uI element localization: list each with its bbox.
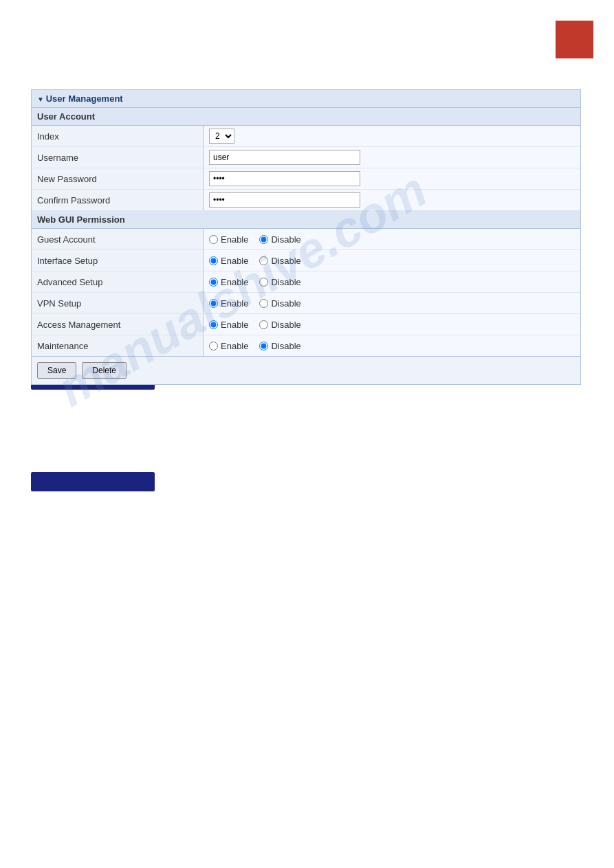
confirm-password-label: Confirm Password [32, 190, 204, 210]
enable-radio-5[interactable] [209, 342, 218, 350]
enable-radio-0[interactable] [209, 235, 218, 244]
red-square-decoration [556, 21, 593, 58]
permission-value-0: Enable Disable [204, 229, 580, 249]
disable-radio-3[interactable] [259, 299, 268, 308]
disable-radio-label-5[interactable]: Disable [259, 341, 300, 351]
enable-radio-2[interactable] [209, 278, 218, 287]
new-password-input[interactable] [209, 171, 360, 186]
index-select[interactable]: 1 2 3 [209, 129, 234, 144]
user-management-panel: User Management User Account Index 1 2 3… [31, 89, 581, 385]
permission-label-1: Interface Setup [32, 250, 204, 271]
permission-row-4: Access Management Enable Disable [32, 314, 580, 335]
permission-value-2: Enable Disable [204, 271, 580, 292]
radio-group-0: Enable Disable [209, 234, 301, 245]
new-password-value [204, 168, 580, 189]
confirm-password-value [204, 190, 580, 210]
disable-radio-label-4[interactable]: Disable [259, 320, 300, 330]
confirm-password-row: Confirm Password [32, 190, 580, 211]
permission-row-5: Maintenance Enable Disable [32, 335, 580, 356]
radio-group-5: Enable Disable [209, 341, 301, 351]
radio-group-2: Enable Disable [209, 277, 301, 287]
permission-value-5: Enable Disable [204, 335, 580, 356]
permission-label-5: Maintenance [32, 335, 204, 356]
buttons-row: Save Delete [32, 356, 580, 384]
permission-row-3: VPN Setup Enable Disable [32, 293, 580, 314]
main-content: User Management User Account Index 1 2 3… [31, 89, 581, 385]
permission-rows-container: Guest Account Enable DisableInterface Se… [32, 229, 580, 356]
index-value: 1 2 3 [204, 126, 580, 146]
enable-radio-label-4[interactable]: Enable [209, 320, 248, 330]
disable-radio-2[interactable] [259, 278, 268, 287]
disable-radio-4[interactable] [259, 320, 268, 329]
new-password-row: New Password [32, 168, 580, 190]
new-password-label: New Password [32, 168, 204, 189]
permission-row-0: Guest Account Enable Disable [32, 229, 580, 250]
permission-value-3: Enable Disable [204, 293, 580, 313]
radio-group-3: Enable Disable [209, 298, 301, 309]
blue-bar-2 [31, 472, 155, 491]
enable-radio-label-1[interactable]: Enable [209, 256, 248, 266]
permission-row-1: Interface Setup Enable Disable [32, 250, 580, 271]
enable-radio-label-3[interactable]: Enable [209, 298, 248, 309]
index-row: Index 1 2 3 [32, 126, 580, 147]
disable-radio-label-3[interactable]: Disable [259, 298, 300, 309]
confirm-password-input[interactable] [209, 192, 360, 208]
save-button[interactable]: Save [37, 362, 76, 379]
disable-radio-label-1[interactable]: Disable [259, 256, 300, 266]
index-label: Index [32, 126, 204, 146]
disable-radio-1[interactable] [259, 256, 268, 265]
disable-radio-5[interactable] [259, 342, 268, 350]
username-value [204, 147, 580, 168]
enable-radio-label-5[interactable]: Enable [209, 341, 248, 351]
permission-label-4: Access Management [32, 314, 204, 335]
disable-radio-label-2[interactable]: Disable [259, 277, 300, 287]
radio-group-4: Enable Disable [209, 320, 301, 330]
page-container: manualshive.com User Management User Acc… [0, 0, 614, 868]
enable-radio-3[interactable] [209, 299, 218, 308]
enable-radio-label-0[interactable]: Enable [209, 234, 248, 245]
username-input[interactable] [209, 150, 360, 165]
permission-label-3: VPN Setup [32, 293, 204, 313]
disable-radio-label-0[interactable]: Disable [259, 234, 300, 245]
permission-value-4: Enable Disable [204, 314, 580, 335]
username-label: Username [32, 147, 204, 168]
username-row: Username [32, 147, 580, 168]
permission-row-2: Advanced Setup Enable Disable [32, 271, 580, 293]
user-account-section-header: User Account [32, 108, 580, 126]
permission-label-0: Guest Account [32, 229, 204, 249]
web-gui-permission-section-header: Web GUI Permission [32, 211, 580, 229]
enable-radio-4[interactable] [209, 320, 218, 329]
enable-radio-1[interactable] [209, 256, 218, 265]
enable-radio-label-2[interactable]: Enable [209, 277, 248, 287]
disable-radio-0[interactable] [259, 235, 268, 244]
permission-value-1: Enable Disable [204, 250, 580, 271]
radio-group-1: Enable Disable [209, 256, 301, 266]
delete-button[interactable]: Delete [82, 362, 127, 379]
permission-label-2: Advanced Setup [32, 271, 204, 292]
panel-header: User Management [32, 90, 580, 108]
